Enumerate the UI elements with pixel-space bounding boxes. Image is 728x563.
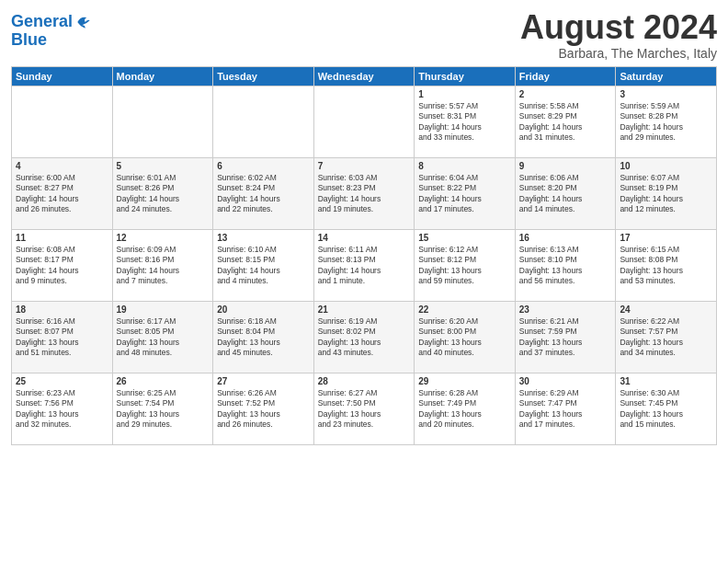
day-number: 8 bbox=[418, 161, 511, 171]
day-number: 13 bbox=[217, 233, 310, 243]
day-number: 11 bbox=[16, 233, 108, 243]
day-info: Sunrise: 5:59 AM Sunset: 8:28 PM Dayligh… bbox=[620, 101, 712, 144]
header-wednesday: Wednesday bbox=[313, 66, 415, 86]
logo-icon bbox=[74, 13, 93, 31]
calendar-cell: 6Sunrise: 6:02 AM Sunset: 8:24 PM Daylig… bbox=[213, 157, 314, 229]
calendar-cell: 11Sunrise: 6:08 AM Sunset: 8:17 PM Dayli… bbox=[12, 229, 113, 301]
calendar-cell: 15Sunrise: 6:12 AM Sunset: 8:12 PM Dayli… bbox=[415, 229, 516, 301]
day-info: Sunrise: 6:03 AM Sunset: 8:23 PM Dayligh… bbox=[318, 173, 411, 215]
calendar-cell: 16Sunrise: 6:13 AM Sunset: 8:10 PM Dayli… bbox=[515, 229, 616, 301]
day-number: 6 bbox=[217, 161, 310, 171]
calendar-cell: 14Sunrise: 6:11 AM Sunset: 8:13 PM Dayli… bbox=[313, 229, 415, 301]
calendar-cell: 26Sunrise: 6:25 AM Sunset: 7:54 PM Dayli… bbox=[112, 373, 213, 444]
day-number: 29 bbox=[418, 376, 511, 386]
day-number: 9 bbox=[519, 161, 612, 171]
calendar-cell: 4Sunrise: 6:00 AM Sunset: 8:27 PM Daylig… bbox=[12, 157, 113, 229]
day-number: 2 bbox=[519, 89, 612, 99]
calendar-cell: 1Sunrise: 5:57 AM Sunset: 8:31 PM Daylig… bbox=[415, 86, 516, 157]
day-info: Sunrise: 6:21 AM Sunset: 7:59 PM Dayligh… bbox=[519, 316, 612, 359]
calendar-cell: 24Sunrise: 6:22 AM Sunset: 7:57 PM Dayli… bbox=[616, 301, 717, 373]
calendar-cell: 19Sunrise: 6:17 AM Sunset: 8:05 PM Dayli… bbox=[112, 301, 213, 373]
day-number: 21 bbox=[318, 304, 411, 315]
calendar-week-3: 11Sunrise: 6:08 AM Sunset: 8:17 PM Dayli… bbox=[12, 229, 717, 301]
day-info: Sunrise: 6:22 AM Sunset: 7:57 PM Dayligh… bbox=[620, 316, 712, 359]
day-number: 28 bbox=[318, 376, 411, 386]
calendar-week-1: 1Sunrise: 5:57 AM Sunset: 8:31 PM Daylig… bbox=[12, 86, 717, 157]
calendar-cell bbox=[12, 86, 113, 157]
day-number: 25 bbox=[16, 376, 108, 386]
day-info: Sunrise: 6:08 AM Sunset: 8:17 PM Dayligh… bbox=[16, 245, 108, 287]
day-info: Sunrise: 6:28 AM Sunset: 7:49 PM Dayligh… bbox=[418, 388, 511, 431]
calendar-cell: 2Sunrise: 5:58 AM Sunset: 8:29 PM Daylig… bbox=[515, 86, 616, 157]
logo-text-general: General bbox=[11, 13, 73, 31]
calendar-cell: 18Sunrise: 6:16 AM Sunset: 8:07 PM Dayli… bbox=[12, 301, 113, 373]
day-number: 4 bbox=[16, 161, 108, 171]
day-info: Sunrise: 6:23 AM Sunset: 7:56 PM Dayligh… bbox=[16, 388, 108, 431]
calendar-cell: 7Sunrise: 6:03 AM Sunset: 8:23 PM Daylig… bbox=[313, 157, 415, 229]
day-info: Sunrise: 6:18 AM Sunset: 8:04 PM Dayligh… bbox=[217, 316, 310, 359]
calendar-cell: 20Sunrise: 6:18 AM Sunset: 8:04 PM Dayli… bbox=[213, 301, 314, 373]
calendar-cell: 28Sunrise: 6:27 AM Sunset: 7:50 PM Dayli… bbox=[313, 373, 415, 444]
header-monday: Monday bbox=[112, 66, 213, 86]
day-info: Sunrise: 6:06 AM Sunset: 8:20 PM Dayligh… bbox=[519, 173, 612, 215]
calendar-cell: 31Sunrise: 6:30 AM Sunset: 7:45 PM Dayli… bbox=[616, 373, 717, 444]
calendar-cell bbox=[112, 86, 213, 157]
day-info: Sunrise: 6:20 AM Sunset: 8:00 PM Dayligh… bbox=[418, 316, 511, 359]
calendar-cell: 23Sunrise: 6:21 AM Sunset: 7:59 PM Dayli… bbox=[515, 301, 616, 373]
calendar-cell: 25Sunrise: 6:23 AM Sunset: 7:56 PM Dayli… bbox=[12, 373, 113, 444]
day-number: 17 bbox=[620, 233, 712, 243]
day-info: Sunrise: 6:04 AM Sunset: 8:22 PM Dayligh… bbox=[418, 173, 511, 215]
day-number: 18 bbox=[16, 304, 108, 315]
calendar-cell: 12Sunrise: 6:09 AM Sunset: 8:16 PM Dayli… bbox=[112, 229, 213, 301]
day-number: 27 bbox=[217, 376, 310, 386]
header-tuesday: Tuesday bbox=[213, 66, 314, 86]
day-info: Sunrise: 6:00 AM Sunset: 8:27 PM Dayligh… bbox=[16, 173, 108, 215]
calendar-cell bbox=[313, 86, 415, 157]
day-number: 19 bbox=[117, 304, 210, 315]
day-info: Sunrise: 5:57 AM Sunset: 8:31 PM Dayligh… bbox=[418, 101, 511, 144]
calendar-week-2: 4Sunrise: 6:00 AM Sunset: 8:27 PM Daylig… bbox=[12, 157, 717, 229]
calendar-cell: 29Sunrise: 6:28 AM Sunset: 7:49 PM Dayli… bbox=[415, 373, 516, 444]
day-info: Sunrise: 6:11 AM Sunset: 8:13 PM Dayligh… bbox=[318, 245, 411, 287]
calendar-container: General Blue August 2024 Barbara, The Ma… bbox=[0, 0, 728, 454]
day-info: Sunrise: 6:16 AM Sunset: 8:07 PM Dayligh… bbox=[16, 316, 108, 359]
calendar-cell bbox=[213, 86, 314, 157]
location-subtitle: Barbara, The Marches, Italy bbox=[520, 46, 717, 61]
calendar-table: Sunday Monday Tuesday Wednesday Thursday… bbox=[11, 66, 717, 445]
day-info: Sunrise: 6:19 AM Sunset: 8:02 PM Dayligh… bbox=[318, 316, 411, 359]
calendar-cell: 10Sunrise: 6:07 AM Sunset: 8:19 PM Dayli… bbox=[616, 157, 717, 229]
logo: General Blue bbox=[11, 13, 93, 50]
header-sunday: Sunday bbox=[12, 66, 113, 86]
day-info: Sunrise: 6:09 AM Sunset: 8:16 PM Dayligh… bbox=[117, 245, 210, 287]
day-number: 10 bbox=[620, 161, 712, 171]
day-info: Sunrise: 6:13 AM Sunset: 8:10 PM Dayligh… bbox=[519, 245, 612, 287]
day-number: 22 bbox=[418, 304, 511, 315]
day-number: 14 bbox=[318, 233, 411, 243]
day-info: Sunrise: 6:30 AM Sunset: 7:45 PM Dayligh… bbox=[620, 388, 712, 431]
calendar-cell: 21Sunrise: 6:19 AM Sunset: 8:02 PM Dayli… bbox=[313, 301, 415, 373]
day-number: 1 bbox=[418, 89, 511, 99]
day-number: 7 bbox=[318, 161, 411, 171]
calendar-cell: 9Sunrise: 6:06 AM Sunset: 8:20 PM Daylig… bbox=[515, 157, 616, 229]
calendar-header-row: Sunday Monday Tuesday Wednesday Thursday… bbox=[12, 66, 717, 86]
calendar-cell: 17Sunrise: 6:15 AM Sunset: 8:08 PM Dayli… bbox=[616, 229, 717, 301]
header-friday: Friday bbox=[515, 66, 616, 86]
day-number: 12 bbox=[117, 233, 210, 243]
day-info: Sunrise: 6:29 AM Sunset: 7:47 PM Dayligh… bbox=[519, 388, 612, 431]
day-info: Sunrise: 5:58 AM Sunset: 8:29 PM Dayligh… bbox=[519, 101, 612, 144]
day-info: Sunrise: 6:26 AM Sunset: 7:52 PM Dayligh… bbox=[217, 388, 310, 431]
day-number: 15 bbox=[418, 233, 511, 243]
day-number: 24 bbox=[620, 304, 712, 315]
day-info: Sunrise: 6:15 AM Sunset: 8:08 PM Dayligh… bbox=[620, 245, 712, 287]
month-year-title: August 2024 bbox=[520, 9, 717, 46]
header-row: General Blue August 2024 Barbara, The Ma… bbox=[11, 9, 717, 61]
calendar-cell: 3Sunrise: 5:59 AM Sunset: 8:28 PM Daylig… bbox=[616, 86, 717, 157]
calendar-week-4: 18Sunrise: 6:16 AM Sunset: 8:07 PM Dayli… bbox=[12, 301, 717, 373]
calendar-cell: 27Sunrise: 6:26 AM Sunset: 7:52 PM Dayli… bbox=[213, 373, 314, 444]
day-info: Sunrise: 6:25 AM Sunset: 7:54 PM Dayligh… bbox=[117, 388, 210, 431]
calendar-cell: 22Sunrise: 6:20 AM Sunset: 8:00 PM Dayli… bbox=[415, 301, 516, 373]
day-number: 23 bbox=[519, 304, 612, 315]
day-number: 31 bbox=[620, 376, 712, 386]
header-thursday: Thursday bbox=[415, 66, 516, 86]
day-number: 30 bbox=[519, 376, 612, 386]
